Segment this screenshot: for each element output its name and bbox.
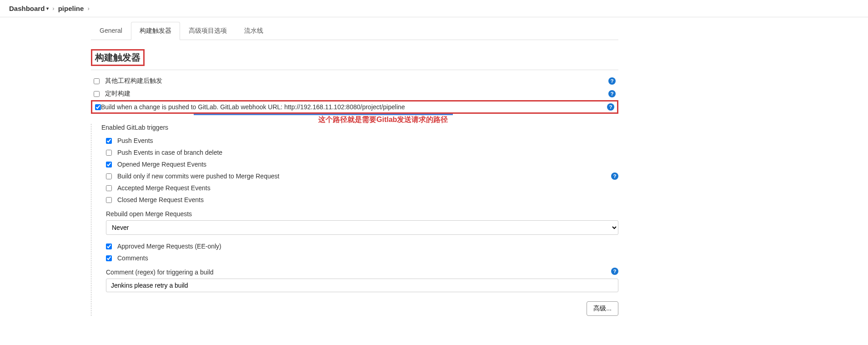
label-after-other-build: 其他工程构建后触发: [105, 77, 608, 85]
help-icon[interactable]: ?: [611, 268, 618, 275]
label-push-branch-delete: Push Events in case of branch delete: [117, 149, 222, 156]
section-divider: [91, 70, 618, 70]
option-after-other-build: 其他工程构建后触发 ?: [91, 75, 618, 87]
checkbox-opened-mr[interactable]: [106, 162, 112, 167]
checkbox-push-events[interactable]: [106, 138, 112, 144]
option-gitlab-webhook: Build when a change is pushed to GitLab.…: [91, 100, 618, 114]
tab-general[interactable]: General: [91, 22, 131, 40]
label-accepted-mr: Accepted Merge Request Events: [117, 184, 211, 192]
breadcrumb-project[interactable]: pipeline: [58, 5, 84, 12]
breadcrumb-dashboard[interactable]: Dashboard ▾: [9, 5, 49, 12]
label-gitlab-webhook: Build when a change is pushed to GitLab.…: [101, 103, 607, 111]
trigger-push-events: Push Events: [99, 135, 618, 147]
trigger-approved-mr: Approved Merge Requests (EE-only): [99, 240, 618, 252]
checkbox-after-other-build[interactable]: [94, 78, 100, 84]
help-icon[interactable]: ?: [608, 77, 616, 85]
config-tabs: General 构建触发器 高级项目选项 流水线: [91, 17, 618, 40]
label-opened-mr: Opened Merge Request Events: [117, 161, 206, 168]
trigger-closed-mr: Closed Merge Request Events: [99, 194, 618, 206]
trigger-accepted-mr: Accepted Merge Request Events: [99, 182, 618, 194]
rebuild-mr-label: Rebuild open Merge Requests: [106, 210, 618, 218]
trigger-build-only-new-commits: Build only if new commits were pushed to…: [99, 170, 607, 182]
checkbox-comments[interactable]: [106, 255, 112, 261]
annotation-text: 这个路径就是需要Gitlab发送请求的路径: [318, 115, 448, 125]
trigger-push-branch-delete: Push Events in case of branch delete: [99, 147, 618, 158]
comment-regex-input[interactable]: [106, 279, 618, 292]
checkbox-build-only-new-commits[interactable]: [106, 173, 112, 179]
checkbox-timed-build[interactable]: [94, 91, 100, 97]
chevron-right-icon: ›: [52, 5, 54, 12]
dropdown-caret-icon: ▾: [46, 6, 49, 11]
tab-pipeline[interactable]: 流水线: [236, 22, 272, 40]
checkbox-approved-mr[interactable]: [106, 244, 112, 249]
tab-advanced[interactable]: 高级项目选项: [180, 22, 236, 40]
label-push-events: Push Events: [117, 137, 153, 144]
breadcrumb: Dashboard ▾ › pipeline ›: [0, 0, 868, 17]
build-triggers-section: 构建触发器 其他工程构建后触发 ? 定时构建 ? Build when a ch…: [91, 49, 618, 316]
gitlab-webhook-row-wrap: Build when a change is pushed to GitLab.…: [91, 100, 618, 114]
trigger-opened-mr: Opened Merge Request Events: [99, 158, 618, 170]
breadcrumb-project-label: pipeline: [58, 5, 84, 12]
help-icon[interactable]: ?: [611, 172, 618, 180]
checkbox-closed-mr[interactable]: [106, 197, 112, 203]
breadcrumb-dashboard-label: Dashboard: [9, 5, 45, 12]
label-closed-mr: Closed Merge Request Events: [117, 196, 204, 203]
help-icon[interactable]: ?: [607, 103, 614, 111]
checkbox-accepted-mr[interactable]: [106, 185, 112, 191]
rebuild-mr-select[interactable]: Never: [106, 220, 618, 235]
label-timed-build: 定时构建: [105, 90, 608, 98]
gitlab-triggers-subsection: Enabled GitLab triggers Push Events Push…: [91, 124, 618, 316]
option-timed-build: 定时构建 ?: [91, 87, 618, 100]
checkbox-gitlab-webhook[interactable]: [95, 104, 101, 110]
comment-regex-label: Comment (regex) for triggering a build: [106, 269, 607, 276]
checkbox-push-branch-delete[interactable]: [106, 150, 112, 156]
advanced-button[interactable]: 高级...: [587, 301, 618, 316]
label-approved-mr: Approved Merge Requests (EE-only): [117, 243, 221, 250]
label-build-only-new-commits: Build only if new commits were pushed to…: [117, 172, 279, 180]
tab-build-triggers[interactable]: 构建触发器: [131, 22, 180, 40]
main-content: General 构建触发器 高级项目选项 流水线 构建触发器 其他工程构建后触发…: [91, 17, 623, 330]
enabled-triggers-label: Enabled GitLab triggers: [101, 124, 618, 131]
chevron-right-icon: ›: [87, 5, 89, 12]
label-comments: Comments: [117, 254, 148, 262]
help-icon[interactable]: ?: [608, 90, 616, 97]
trigger-comments: Comments: [99, 252, 618, 264]
section-title: 构建触发器: [91, 49, 145, 66]
